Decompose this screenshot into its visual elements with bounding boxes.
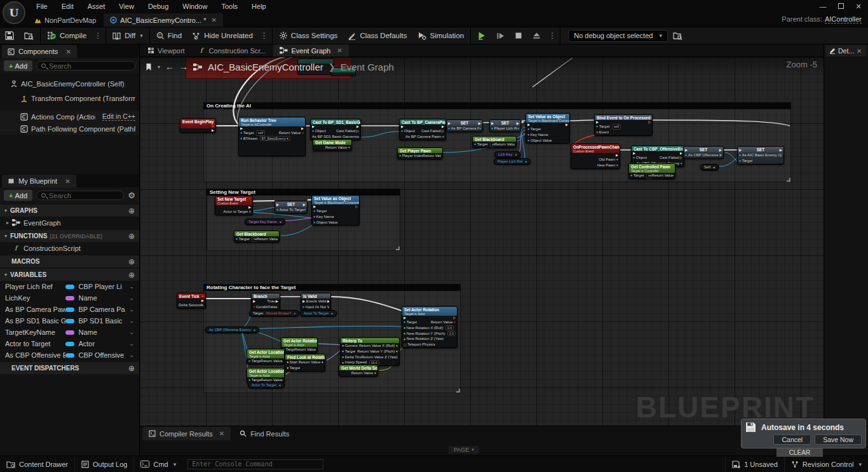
event-tick[interactable]: Event Tick■▶Delta Seconds● — [177, 293, 206, 309]
set-actor-rotation[interactable]: Set Actor RotationTarget is Actor▶▷●Targ… — [402, 306, 458, 348]
var-actor-to-target-1[interactable]: Actor To Target● — [300, 310, 337, 316]
menu-asset[interactable]: Asset — [81, 0, 112, 13]
get-game-mode[interactable]: Get Game ModeReturn Value● — [313, 139, 352, 151]
play-button[interactable] — [472, 27, 491, 44]
frame-skip-button[interactable] — [491, 27, 510, 44]
add-blueprint-item-button[interactable]: +Add — [4, 190, 32, 201]
menu-debug[interactable]: Debug — [141, 0, 175, 13]
add-icon[interactable]: ⊕ — [128, 232, 135, 241]
section-event-dispatchers[interactable]: EVENT DISPATCHERS⊕ — [0, 362, 139, 374]
diff-button[interactable]: Diff▾ — [107, 27, 148, 44]
visibility-icon[interactable]: ⌄ — [129, 295, 134, 301]
eject-button[interactable] — [527, 27, 546, 44]
var-actor-to-target-2[interactable]: Actor To Target● — [248, 382, 285, 388]
variable-as-bp-sd1-basic-gamemo[interactable]: As BP SD1 Basic GamemoBP SD1 Basic⌄ — [0, 315, 139, 327]
edit-in-cpp-link[interactable]: Edit in C++ — [102, 112, 135, 121]
hide-unrelated-button[interactable]: Hide Unrelated — [187, 27, 258, 44]
set-new-target-event[interactable]: Set New TargetCustom Event▶Actor to Targ… — [215, 196, 253, 215]
section-graphs[interactable]: ▾GRAPHS⊕ — [0, 205, 139, 217]
clear-button[interactable]: CLEAR — [776, 448, 823, 457]
tab-construction-scr-[interactable]: fConstruction Scr... — [193, 44, 273, 57]
var-lich-key[interactable]: Lich Key● — [494, 151, 520, 158]
tab-details[interactable]: Det... ✕ — [825, 45, 867, 57]
close-icon[interactable]: ✕ — [219, 430, 224, 437]
close-icon[interactable]: ✕ — [211, 17, 216, 24]
onprocessedpawnchanged-event[interactable]: OnProcessedPawnChanged_EventCustom Event… — [571, 144, 620, 169]
menu-file[interactable]: File — [29, 0, 55, 13]
variable-player-lich-ref[interactable]: Player Lich RefCBP Player Li⌄ — [0, 281, 139, 292]
get-actor-rotation[interactable]: Get Actor RotationTarget is Actor●Target… — [281, 337, 318, 353]
play-options-kebab-icon[interactable]: ⋮ — [546, 31, 559, 40]
close-icon[interactable]: ✕ — [65, 178, 70, 185]
section-functions[interactable]: ▾FUNCTIONS(21 OVERRIDABLE)⊕ — [0, 230, 139, 242]
variable-as-bp-camera-pawn[interactable]: As BP Camera PawnBP Camera Pa⌄ — [0, 304, 139, 315]
bookmark-icon[interactable] — [145, 63, 153, 71]
set-value-as-object-2[interactable]: Set Value as ObjectTarget is Blackboard … — [311, 195, 360, 226]
parent-class-link[interactable]: AIController — [825, 15, 862, 24]
var-should-rotate[interactable]: TargetShould Rotate?● — [249, 310, 299, 316]
compile-options-kebab-icon[interactable]: ⋮ — [92, 31, 104, 40]
revision-control-button[interactable]: Revision Control ▾ — [785, 456, 868, 472]
browse-button[interactable] — [19, 27, 39, 44]
class-settings-button[interactable]: Class Settings — [274, 27, 343, 44]
set-as-bp-camera-pawn[interactable]: ▶SET▶●As BP Camera Pawn● — [446, 119, 483, 132]
chevron-down-icon[interactable]: ▾ — [158, 64, 160, 70]
stop-button[interactable] — [510, 27, 527, 44]
component-item-path[interactable]: Path Following Component (PathFollowing — [0, 123, 139, 135]
menu-help[interactable]: Help — [245, 0, 273, 13]
close-button[interactable]: ✕ — [853, 3, 864, 11]
visibility-icon[interactable]: ⌄ — [129, 341, 134, 347]
add-component-button[interactable]: +Add — [4, 60, 32, 71]
simulation-button[interactable]: Simulation — [412, 27, 470, 44]
tab-viewport[interactable]: Viewport — [141, 44, 191, 57]
autosave-cancel-button[interactable]: Cancel — [773, 435, 811, 445]
console-command-input[interactable] — [187, 459, 323, 469]
get-world-delta-seconds[interactable]: Get World Delta SecondsReturn Value● — [339, 365, 378, 377]
set-as-cbp-offensive-enemy[interactable]: ▶SET▶●As CBP Offensive Enemy● — [683, 146, 724, 159]
rinterp-to[interactable]: RInterp To●CurrentReturn Value X (Roll)●… — [340, 337, 400, 366]
comment-resize-handle[interactable] — [787, 178, 790, 182]
set-player-lich-ref[interactable]: ▶SET▶●Player Lich Ref● — [489, 119, 521, 132]
bind-event-on-processed-pawn-changed[interactable]: Bind Event to On Processed Pawn Changed▶… — [594, 114, 653, 136]
debug-browse-button[interactable] — [668, 27, 688, 44]
comment-resize-handle[interactable] — [456, 389, 460, 393]
menu-view[interactable]: View — [112, 0, 141, 13]
component-item-aic-basicenemycontroller[interactable]: AIC_BasicEnemyController (Self) — [0, 78, 139, 90]
compile-button[interactable]: Compile — [42, 27, 92, 44]
event-graph-canvas[interactable]: ▾ ← → AIC_BasicEnemyController ❯ Event G… — [140, 57, 824, 426]
tab-find-results[interactable]: Find Results — [233, 427, 295, 440]
variable-lichkey[interactable]: LichKeyName⌄ — [0, 292, 139, 304]
tab-compiler-results[interactable]: Compiler Results✕ — [142, 427, 231, 440]
menu-edit[interactable]: Edit — [55, 0, 81, 13]
comment-resize-handle[interactable] — [396, 246, 400, 250]
minimize-button[interactable]: — — [817, 3, 829, 10]
back-arrow-icon[interactable]: ← — [165, 62, 174, 72]
var-as-cbp-offensive-enemy[interactable]: As CBP Offensive Enemy● — [205, 327, 259, 333]
variable-as-cbp-offensive-enemy[interactable]: As CBP Offensive EnemyCBP Offensive⌄ — [0, 349, 139, 361]
visibility-icon[interactable]: ⌄ — [129, 306, 134, 313]
component-item-transform[interactable]: Transform Component (TransformCompo — [0, 92, 139, 104]
close-icon[interactable]: ✕ — [65, 48, 71, 55]
close-icon[interactable]: ✕ — [857, 48, 862, 55]
item-eventgraph[interactable]: ▸EventGraph — [0, 217, 139, 229]
var-player-lich-ref-1[interactable]: Player Lich Ref● — [494, 158, 531, 165]
output-log-button[interactable]: Output Log — [75, 456, 133, 472]
var-target-key-name[interactable]: Target Key Name● — [245, 219, 285, 225]
visibility-icon[interactable]: ⌄ — [129, 329, 134, 335]
var-self[interactable]: Self● — [700, 164, 719, 170]
set-value-as-object-1[interactable]: Set Value as ObjectTarget is Blackboard … — [526, 113, 570, 144]
cast-to-bp-sd1-basicgamemode[interactable]: Cast To BP_SD1_BasicGamemode▶▶●ObjectCas… — [310, 119, 361, 140]
autosave-save-now-button[interactable]: Save Now — [815, 435, 862, 445]
doc-tab-nonpartdevmap[interactable]: NonPartDevMap — [28, 13, 102, 27]
menu-window[interactable]: Window — [175, 0, 214, 13]
components-search-input[interactable]: Search — [36, 61, 135, 71]
section-variables[interactable]: ▾VARIABLES⊕ — [0, 269, 139, 281]
item-constructionscript[interactable]: fConstructionScript — [0, 242, 139, 254]
set-actor-to-target[interactable]: ▶SET▶●Actor To Target● — [275, 201, 308, 213]
get-controlled-pawn[interactable]: Get Controlled PawnTarget is Controller●… — [628, 163, 675, 179]
variable-targetkeyname[interactable]: TargetKeyNameName⌄ — [0, 327, 139, 338]
run-behavior-tree[interactable]: Run Behavior TreeTarget is AIController▶… — [238, 117, 306, 156]
find-look-at-rotation[interactable]: Find Look at Rotation●StartReturn Value●… — [285, 354, 325, 372]
maximize-button[interactable] — [835, 3, 846, 10]
tab-components[interactable]: Components ✕ — [2, 45, 77, 58]
